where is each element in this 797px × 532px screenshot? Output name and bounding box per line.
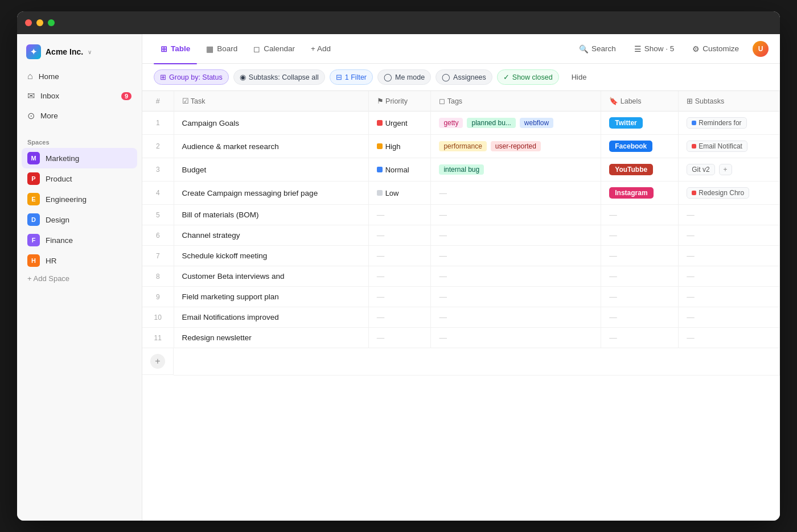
table-row[interactable]: 8Customer Beta interviews and———— [142, 266, 780, 287]
assignees-filter[interactable]: ◯ Assignees [436, 69, 492, 85]
task-subtasks: Email Notificat [679, 135, 780, 158]
avatar: P [27, 172, 40, 185]
add-row-button[interactable]: + [150, 354, 165, 369]
hide-button[interactable]: Hide [566, 70, 593, 84]
task-name[interactable]: Channel strategy [174, 225, 368, 246]
subtask-chip: Redesign Chro [687, 187, 749, 199]
labels-col-icon: 🔖 [609, 97, 620, 105]
add-space-label: + Add Space [27, 274, 69, 283]
table-row[interactable]: 11Redesign newsletter———— [142, 328, 780, 348]
user-avatar[interactable]: U [753, 41, 769, 57]
task-name[interactable]: Field marketing support plan [174, 287, 368, 307]
sidebar-item-engineering[interactable]: E Engineering [22, 189, 137, 209]
add-row: + [142, 348, 780, 376]
table-row[interactable]: 10Email Notifications improved———— [142, 307, 780, 328]
table-row[interactable]: 1Campaign GoalsUrgentgettyplanned bu...w… [142, 112, 780, 135]
brand[interactable]: ✦ Acme Inc. ∨ [22, 41, 137, 67]
filter-bar: ⊞ Group by: Status ◉ Subtasks: Collapse … [142, 64, 780, 91]
task-name[interactable]: Audience & market research [174, 135, 368, 158]
task-name[interactable]: Budget [174, 158, 368, 182]
table-row[interactable]: 9Field marketing support plan———— [142, 287, 780, 307]
group-by-filter[interactable]: ⊞ Group by: Status [154, 69, 229, 85]
task-label: — [601, 307, 679, 328]
task-table: # ☑ Task ⚑ Priority ◻ Tags 🔖 L [142, 91, 780, 376]
task-name[interactable]: Email Notifications improved [174, 307, 368, 328]
app-window: ✦ Acme Inc. ∨ ⌂ Home ✉ Inbox 9 ⊙ More [17, 11, 780, 521]
avatar: F [27, 234, 40, 246]
task-name[interactable]: Bill of materials (BOM) [174, 205, 368, 225]
table-row[interactable]: 6Channel strategy———— [142, 225, 780, 246]
show-closed-filter[interactable]: ✓ Show closed [497, 69, 559, 85]
search-button[interactable]: 🔍 Search [574, 42, 621, 56]
me-mode-filter[interactable]: ◯ Me mode [377, 69, 431, 85]
sidebar-item-design[interactable]: D Design [22, 209, 137, 230]
show-button[interactable]: ☰ Show · 5 [630, 42, 679, 56]
task-priority: Urgent [368, 112, 431, 135]
table-row[interactable]: 5Bill of materials (BOM)———— [142, 205, 780, 225]
sidebar-item-hr[interactable]: H HR [22, 250, 137, 271]
main-layout: ✦ Acme Inc. ∨ ⌂ Home ✉ Inbox 9 ⊙ More [17, 34, 780, 521]
task-tags: — [431, 225, 601, 246]
col-priority: ⚑ Priority [368, 91, 431, 112]
label-badge: Instagram [609, 187, 653, 199]
task-label: — [601, 287, 679, 307]
task-subtasks: — [679, 246, 780, 266]
calendar-icon: ◻ [253, 44, 260, 53]
task-name[interactable]: Campaign Goals [174, 112, 368, 135]
task-name[interactable]: Create Campaign messaging brief page [174, 182, 368, 205]
table-row[interactable]: 2Audience & market researchHighperforman… [142, 135, 780, 158]
row-num: 4 [142, 182, 174, 205]
subtask-chip: Reminders for [687, 117, 746, 129]
task-tags: — [431, 205, 601, 225]
subtasks-col-icon: ⊞ [687, 97, 695, 105]
col-task: ☑ Task [174, 91, 368, 112]
sidebar-item-home[interactable]: ⌂ Home [22, 67, 137, 85]
customize-button[interactable]: ⚙ Customize [688, 42, 743, 56]
sidebar-item-finance[interactable]: F Finance [22, 230, 137, 250]
maximize-button[interactable] [48, 19, 55, 26]
tab-calendar[interactable]: ◻ Calendar [247, 41, 302, 57]
space-label: Engineering [46, 195, 87, 204]
table-header-row: # ☑ Task ⚑ Priority ◻ Tags 🔖 L [142, 91, 780, 112]
sidebar-item-label: More [40, 112, 58, 120]
subtask-dot [692, 191, 696, 195]
table-row[interactable]: 4Create Campaign messaging brief pageLow… [142, 182, 780, 205]
subtask-more[interactable]: + [719, 164, 732, 175]
sidebar-item-product[interactable]: P Product [22, 168, 137, 189]
sidebar-item-more[interactable]: ⊙ More [22, 106, 137, 125]
table-row[interactable]: 7Schedule kickoff meeting———— [142, 246, 780, 266]
home-icon: ⌂ [27, 71, 33, 81]
spaces-list: M Marketing P Product E Engineering D De… [22, 148, 137, 271]
add-row-cell: + [142, 348, 174, 375]
task-tags: — [431, 328, 601, 348]
tab-table[interactable]: ⊞ Table [154, 41, 197, 57]
group-icon: ⊞ [160, 73, 166, 81]
row-num: 11 [142, 328, 174, 348]
add-space-button[interactable]: + Add Space [22, 271, 137, 286]
table-row[interactable]: 3BudgetNormalinternal bugYouTubbeGit v2+ [142, 158, 780, 182]
task-tags: internal bug [431, 158, 601, 182]
task-tags: — [431, 307, 601, 328]
content-area: ⊞ Table ▦ Board ◻ Calendar + Add 🔍 [142, 34, 780, 521]
subtasks-filter[interactable]: ◉ Subtasks: Collapse all [233, 69, 325, 85]
minimize-button[interactable] [36, 19, 43, 26]
sidebar-item-marketing[interactable]: M Marketing [22, 148, 137, 168]
tab-board[interactable]: ▦ Board [199, 41, 244, 57]
task-subtasks: — [679, 307, 780, 328]
task-col-icon: ☑ [182, 97, 191, 105]
top-nav-right: 🔍 Search ☰ Show · 5 ⚙ Customize U [574, 41, 769, 57]
task-name[interactable]: Schedule kickoff meeting [174, 246, 368, 266]
task-label: — [601, 205, 679, 225]
sidebar-item-inbox[interactable]: ✉ Inbox 9 [22, 86, 137, 105]
task-subtasks: — [679, 205, 780, 225]
filter-chip[interactable]: ⊟ 1 Filter [330, 69, 373, 85]
tag-badge: planned bu... [467, 118, 515, 128]
add-view-button[interactable]: + Add [304, 41, 338, 56]
close-button[interactable] [25, 19, 32, 26]
task-name[interactable]: Redesign newsletter [174, 328, 368, 348]
subtask-dot [692, 144, 696, 149]
task-tags: — [431, 287, 601, 307]
task-name[interactable]: Customer Beta interviews and [174, 266, 368, 287]
row-num: 8 [142, 266, 174, 287]
brand-logo: ✦ [26, 44, 41, 59]
